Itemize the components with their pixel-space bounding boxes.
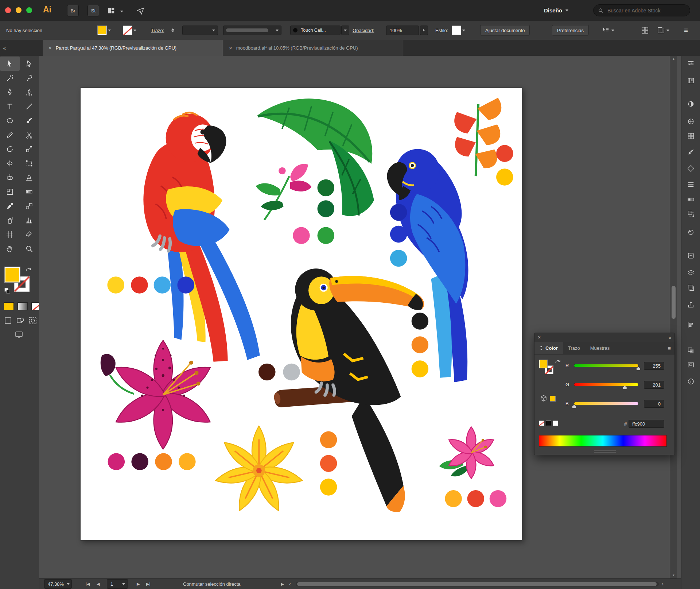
default-fill-stroke-icon[interactable] [4, 288, 10, 294]
color-swatch-dot[interactable] [496, 145, 513, 162]
color-swatch-dot[interactable] [496, 168, 513, 185]
panel-info-icon[interactable] [686, 377, 696, 386]
tab-close-icon[interactable]: × [229, 45, 232, 51]
zoom-level-dropdown[interactable] [44, 579, 72, 589]
color-swatch-dot[interactable] [131, 276, 148, 293]
tool-scissors-icon[interactable] [20, 128, 39, 142]
tool-width-icon[interactable] [0, 156, 20, 170]
stock-button[interactable]: St [88, 5, 99, 16]
brush-definition-chevron[interactable] [341, 26, 349, 35]
tool-slice-icon[interactable] [20, 227, 39, 241]
scroll-left-icon[interactable]: ‹ [289, 581, 291, 587]
tropical-sprig-illustration[interactable] [256, 164, 312, 220]
canvas-pasteboard[interactable]: ▲ ▼ [39, 56, 681, 578]
search-input[interactable] [607, 7, 685, 14]
none-swatch[interactable] [539, 421, 544, 426]
panel-stroke-icon[interactable] [686, 180, 696, 189]
panel-menu-icon[interactable]: ≡ [664, 342, 674, 354]
tool-blend-icon[interactable] [20, 199, 39, 213]
color-swatch-dot[interactable] [412, 336, 428, 353]
tool-hand-icon[interactable] [0, 241, 20, 256]
panel-libraries-icon[interactable] [686, 76, 696, 85]
black-swatch[interactable] [546, 421, 551, 426]
document-tab-active[interactable]: × Parrot Party.ai al 47,38% (RGB/Previsu… [43, 40, 223, 56]
isolate-selection-button[interactable] [602, 26, 614, 34]
arrange-documents-chevron-icon[interactable] [120, 11, 123, 14]
color-swatch-dot[interactable] [154, 276, 171, 293]
color-swatch-dot[interactable] [467, 490, 484, 507]
color-swatch-dot[interactable] [320, 431, 337, 448]
vertical-scrollbar-thumb[interactable] [672, 286, 676, 319]
last-artboard-button[interactable]: ▶| [146, 582, 150, 586]
color-swatch-dot[interactable] [177, 276, 194, 293]
style-swatch[interactable] [452, 26, 465, 35]
tool-curvature-icon[interactable] [20, 85, 39, 99]
tool-direct-selection-icon[interactable] [20, 57, 39, 71]
yellow-flower-illustration[interactable] [214, 426, 304, 514]
pink-lily-illustration[interactable] [101, 340, 215, 449]
panel-transparency-icon[interactable] [686, 209, 696, 218]
horizontal-scrollbar[interactable] [296, 582, 659, 586]
color-swatch-dot[interactable] [107, 276, 124, 293]
document-arrangement-icon[interactable] [641, 26, 649, 34]
slider-thumb[interactable] [623, 386, 627, 389]
horizontal-scrollbar-thumb[interactable] [297, 582, 657, 586]
draw-behind-icon[interactable] [16, 316, 25, 325]
previous-artboard-button[interactable]: ◀ [97, 582, 100, 586]
heliconia-illustration[interactable] [454, 98, 501, 176]
tool-free-transform-icon[interactable] [20, 156, 39, 170]
collapse-tools-icon[interactable]: « [3, 40, 6, 56]
tool-symbol-sprayer-icon[interactable] [0, 213, 20, 227]
next-artboard-button[interactable]: ▶ [137, 582, 140, 586]
hex-field[interactable] [629, 420, 664, 428]
window-close-icon[interactable] [5, 7, 11, 13]
color-swatch-dot[interactable] [390, 250, 407, 267]
color-swatch-dot[interactable] [318, 227, 334, 244]
gradient-button[interactable] [18, 302, 28, 310]
opacity-label[interactable]: Opacidad: [353, 28, 374, 33]
color-swatch-dot[interactable] [320, 478, 337, 495]
color-swatch-dot[interactable] [283, 364, 300, 380]
color-button[interactable] [4, 302, 14, 310]
scarlet-macaw-illustration[interactable] [143, 113, 260, 362]
tool-eyedropper-icon[interactable] [0, 199, 20, 213]
tab-stroke[interactable]: Trazo [563, 342, 585, 354]
adobe-stock-search[interactable] [593, 4, 690, 16]
stroke-weight-label[interactable]: Trazo: [151, 28, 164, 33]
panel-color-icon[interactable] [686, 99, 696, 109]
tab-color[interactable]: Color [534, 342, 563, 354]
panel-properties-icon[interactable] [686, 58, 696, 68]
tool-perspective-grid-icon[interactable] [20, 170, 39, 185]
panel-asset-export-icon[interactable] [686, 300, 696, 310]
arrange-documents-icon[interactable] [106, 6, 116, 15]
tool-ellipse-icon[interactable] [0, 113, 20, 128]
vertical-scrollbar[interactable]: ▲ ▼ [670, 56, 677, 578]
tool-paintbrush-icon[interactable] [20, 113, 39, 128]
color-swatch-dot[interactable] [258, 364, 275, 380]
tool-mesh-icon[interactable] [0, 185, 20, 199]
swap-fill-stroke-icon[interactable] [26, 267, 32, 272]
panel-layers-icon[interactable] [686, 268, 696, 278]
small-lily-illustration[interactable] [439, 427, 496, 478]
white-swatch[interactable] [553, 421, 558, 426]
scroll-down-icon[interactable]: ▼ [670, 574, 677, 577]
color-swatch-dot[interactable] [108, 453, 125, 470]
opacity-expand-button[interactable] [420, 26, 428, 35]
tool-shape-builder-icon[interactable] [0, 170, 20, 185]
panel-align-icon[interactable] [686, 320, 696, 330]
workspace-switcher[interactable]: Diseño [544, 0, 568, 21]
stroke-weight-dropdown[interactable] [182, 26, 218, 35]
panel-color-guide-icon[interactable] [686, 117, 696, 126]
tab-close-icon[interactable]: × [48, 45, 52, 51]
panel-symbols-icon[interactable] [686, 164, 696, 173]
share-icon[interactable] [136, 6, 145, 15]
channel-value-field[interactable] [644, 362, 664, 370]
tool-zoom-icon[interactable] [20, 241, 39, 256]
tool-lasso-icon[interactable] [20, 71, 39, 85]
tool-line-icon[interactable] [20, 99, 39, 113]
panel-gradient-icon[interactable] [686, 195, 696, 204]
draw-inside-icon[interactable] [28, 316, 37, 325]
collapse-panel-icon[interactable]: « [669, 335, 671, 340]
tool-type-icon[interactable] [0, 99, 20, 113]
document-tab-inactive[interactable]: × moodboard.ai* al 10,05% (RGB/Previsual… [223, 40, 403, 56]
